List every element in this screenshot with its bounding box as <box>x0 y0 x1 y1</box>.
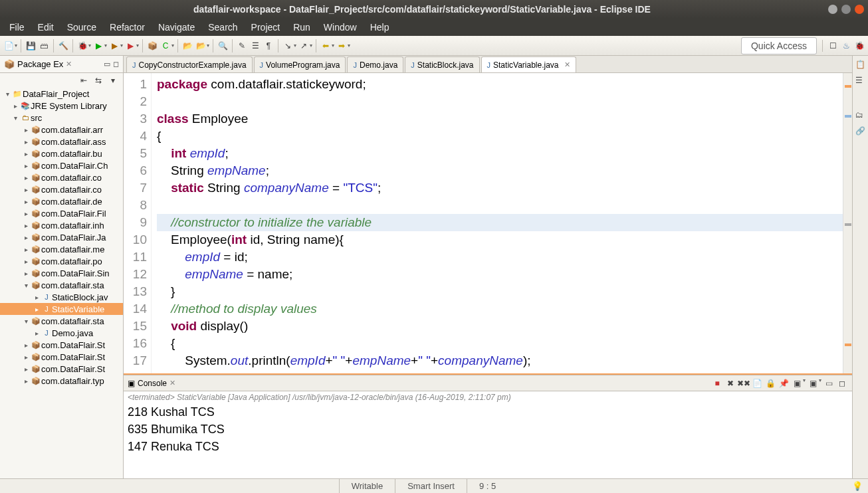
debug-icon[interactable]: 🐞 <box>76 40 88 52</box>
overview-ruler[interactable] <box>843 73 852 373</box>
min-console-icon[interactable]: ▭ <box>823 377 835 389</box>
toggle-mark-icon[interactable]: ✎ <box>236 40 248 52</box>
tree-package[interactable]: ▸📦com.dataflair.co <box>0 171 123 183</box>
tree-project[interactable]: DataFlair_Project <box>23 89 89 99</box>
build-icon[interactable]: 🔨 <box>57 40 69 52</box>
editor-tab[interactable]: JStaticBlock.java <box>405 56 479 72</box>
tree-package[interactable]: ▸📦com.dataflair.arr <box>0 124 123 136</box>
close-window-icon[interactable] <box>855 5 864 14</box>
console-output[interactable]: 218 Kushal TCS635 Bhumika TCS147 Renuka … <box>124 403 852 478</box>
tree-package[interactable]: ▸📦com.DataFlair.Ja <box>0 231 123 243</box>
menu-search[interactable]: Search <box>203 21 243 34</box>
tree-package[interactable]: ▸📦com.dataflair.inh <box>0 219 123 231</box>
collapse-all-icon[interactable]: ⇤ <box>78 74 90 86</box>
tree-package[interactable]: ▸📦com.DataFlair.St <box>0 363 123 375</box>
open-console-icon[interactable]: ▣ <box>807 377 819 389</box>
terminate-icon[interactable]: ■ <box>711 377 723 389</box>
prev-annotation-icon[interactable]: ↗ <box>298 40 310 52</box>
tree-package[interactable]: ▸📦com.DataFlair.Fil <box>0 207 123 219</box>
status-mode: Smart Insert <box>395 479 467 493</box>
main-toolbar: 📄▾ 💾 🗃 🔨 🐞▾ ▶▾ ▶▾ ▶▾ 📦 C▾ 📂 📂▾ 🔍 ✎ ☰ ¶ ↘… <box>0 36 868 56</box>
menu-bar: File Edit Source Refactor Navigate Searc… <box>0 19 868 36</box>
menu-navigate[interactable]: Navigate <box>153 21 200 34</box>
toggle-block-icon[interactable]: ☰ <box>249 40 261 52</box>
view-menu-icon[interactable]: ▾ <box>107 74 119 86</box>
new-class-icon[interactable]: C <box>160 40 171 52</box>
new-icon[interactable]: 📄 <box>3 40 15 52</box>
tip-icon[interactable]: 💡 <box>847 481 868 491</box>
menu-window[interactable]: Window <box>318 21 362 34</box>
back-icon[interactable]: ⬅ <box>320 40 332 52</box>
tree-package[interactable]: ▸📦com.DataFlair.St <box>0 339 123 351</box>
package-tree[interactable]: ▾📁DataFlair_Project ▸📚JRE System Library… <box>0 88 123 478</box>
open-task-icon[interactable]: 📂 <box>195 40 207 52</box>
menu-file[interactable]: File <box>4 21 30 34</box>
tree-file-selected[interactable]: StaticVariable <box>52 304 104 314</box>
coverage-icon[interactable]: ▶ <box>108 40 120 52</box>
forward-icon[interactable]: ➡ <box>336 40 348 52</box>
display-selected-icon[interactable]: ▣ <box>791 377 803 389</box>
close-view-icon[interactable]: ✕ <box>66 60 72 68</box>
quick-access-input[interactable]: Quick Access <box>741 37 817 54</box>
clear-console-icon[interactable]: 📄 <box>751 377 763 389</box>
remove-all-icon[interactable]: ✖✖ <box>738 377 750 389</box>
editor-tab[interactable]: JDemo.java <box>347 56 403 72</box>
run-icon[interactable]: ▶ <box>92 40 104 52</box>
tree-open-pkg2[interactable]: com.dataflair.sta <box>41 316 104 326</box>
next-annotation-icon[interactable]: ↘ <box>282 40 294 52</box>
tree-package[interactable]: ▸📦com.dataflair.de <box>0 195 123 207</box>
tree-demo-file[interactable]: Demo.java <box>52 328 93 338</box>
maximize-icon[interactable] <box>841 5 851 14</box>
menu-refactor[interactable]: Refactor <box>104 21 150 34</box>
tree-package[interactable]: ▸📦com.dataflair.ass <box>0 136 123 148</box>
menu-edit[interactable]: Edit <box>33 21 59 34</box>
breadcrumb-icon[interactable]: 🔗 <box>855 126 866 137</box>
search-icon[interactable]: 🔍 <box>217 40 229 52</box>
menu-run[interactable]: Run <box>288 21 316 34</box>
editor-tab-bar: JCopyConstructorExample.javaJVolumeProgr… <box>124 56 852 73</box>
tree-package[interactable]: ▸📦com.dataflair.co <box>0 183 123 195</box>
menu-help[interactable]: Help <box>365 21 395 34</box>
editor-tab[interactable]: JVolumeProgram.java <box>254 56 346 72</box>
tree-package[interactable]: ▸📦com.dataflair.typ <box>0 375 123 387</box>
pin-console-icon[interactable]: 📌 <box>778 377 790 389</box>
outline-icon[interactable]: 📋 <box>855 60 866 70</box>
menu-project[interactable]: Project <box>246 21 286 34</box>
remove-launch-icon[interactable]: ✖ <box>724 377 736 389</box>
show-whitespace-icon[interactable]: ¶ <box>263 40 274 52</box>
tree-package[interactable]: ▸📦com.DataFlair.Sin <box>0 267 123 279</box>
scroll-lock-icon[interactable]: 🔒 <box>764 377 776 389</box>
link-editor-icon[interactable]: ⇆ <box>92 74 104 86</box>
menu-source[interactable]: Source <box>62 21 102 34</box>
new-package-icon[interactable]: 📦 <box>146 40 158 52</box>
title-bar: dataflair-workspace - DataFlair_Project/… <box>0 0 868 19</box>
outline-view-icon[interactable]: 🗂 <box>855 110 866 121</box>
java-perspective-icon[interactable]: ♨ <box>840 40 852 52</box>
open-type-icon[interactable]: 📂 <box>181 40 193 52</box>
close-tab-icon[interactable]: ✕ <box>564 60 570 69</box>
minimize-icon[interactable] <box>828 5 837 14</box>
task-list-icon[interactable]: ☰ <box>855 76 866 86</box>
tree-package[interactable]: ▸📦com.dataflair.me <box>0 243 123 255</box>
external-tools-icon[interactable]: ▶ <box>124 40 136 52</box>
tree-package[interactable]: ▸📦com.dataflair.po <box>0 255 123 267</box>
tree-jre[interactable]: JRE System Library <box>31 101 107 111</box>
maximize-view-icon[interactable]: ◻ <box>113 60 119 68</box>
tree-package[interactable]: ▸📦com.DataFlair.St <box>0 351 123 363</box>
editor-tab[interactable]: JCopyConstructorExample.java <box>126 56 253 72</box>
editor-area[interactable]: 1234567891011121314151617 package com.da… <box>124 73 852 375</box>
save-icon[interactable]: 💾 <box>25 40 37 52</box>
code-content[interactable]: package com.dataflair.statickeyword; cla… <box>152 73 843 373</box>
debug-perspective-icon[interactable]: 🐞 <box>853 40 865 52</box>
tree-file[interactable]: StaticBlock.jav <box>52 292 108 302</box>
close-console-icon[interactable]: ✕ <box>169 379 175 387</box>
minimize-view-icon[interactable]: ▭ <box>104 60 110 68</box>
tree-package[interactable]: ▸📦com.dataflair.bu <box>0 148 123 159</box>
tree-src[interactable]: src <box>31 113 42 123</box>
tree-package[interactable]: ▸📦com.DataFlair.Ch <box>0 159 123 171</box>
editor-tab[interactable]: JStaticVariable.java✕ <box>481 56 576 72</box>
max-console-icon[interactable]: ◻ <box>836 377 848 389</box>
tree-open-pkg[interactable]: com.dataflair.sta <box>41 280 104 290</box>
open-perspective-icon[interactable]: ☐ <box>827 40 839 52</box>
save-all-icon[interactable]: 🗃 <box>38 40 50 52</box>
